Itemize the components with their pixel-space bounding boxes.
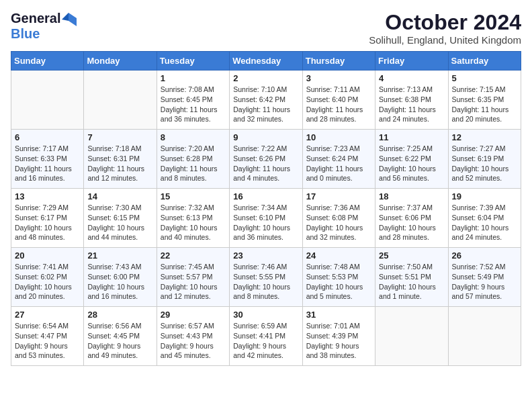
day-info: Sunrise: 7:01 AM Sunset: 4:39 PM Dayligh… [306,321,371,361]
day-info: Sunrise: 7:15 AM Sunset: 6:35 PM Dayligh… [452,85,517,124]
day-info: Sunrise: 7:11 AM Sunset: 6:40 PM Dayligh… [306,85,371,124]
calendar-table: SundayMondayTuesdayWednesdayThursdayFrid… [11,51,521,366]
calendar-cell: 15Sunrise: 7:32 AM Sunset: 6:13 PM Dayli… [157,189,229,248]
day-info: Sunrise: 7:20 AM Sunset: 6:28 PM Dayligh… [161,144,226,183]
day-info: Sunrise: 7:29 AM Sunset: 6:17 PM Dayligh… [15,203,80,242]
calendar-cell: 21Sunrise: 7:43 AM Sunset: 6:00 PM Dayli… [84,248,157,307]
day-number: 6 [15,132,80,142]
calendar-cell: 17Sunrise: 7:36 AM Sunset: 6:08 PM Dayli… [302,189,375,248]
day-info: Sunrise: 6:54 AM Sunset: 4:47 PM Dayligh… [15,321,80,361]
logo: General Blue [11,11,77,42]
week-row-3: 13Sunrise: 7:29 AM Sunset: 6:17 PM Dayli… [11,189,521,248]
calendar-cell: 16Sunrise: 7:34 AM Sunset: 6:10 PM Dayli… [230,189,302,248]
day-number: 22 [161,250,226,261]
calendar-cell: 28Sunrise: 6:56 AM Sunset: 4:45 PM Dayli… [84,307,157,366]
calendar-cell [84,71,157,130]
day-info: Sunrise: 7:43 AM Sunset: 6:00 PM Dayligh… [87,262,152,302]
day-number: 28 [87,310,152,320]
logo-general: General [11,11,60,26]
calendar-cell: 30Sunrise: 6:59 AM Sunset: 4:41 PM Dayli… [230,307,302,366]
calendar-cell: 4Sunrise: 7:13 AM Sunset: 6:38 PM Daylig… [375,71,448,130]
calendar-cell: 7Sunrise: 7:18 AM Sunset: 6:31 PM Daylig… [84,130,157,189]
calendar-cell: 31Sunrise: 7:01 AM Sunset: 4:39 PM Dayli… [302,307,375,366]
col-header-saturday: Saturday [448,52,521,71]
day-info: Sunrise: 7:32 AM Sunset: 6:13 PM Dayligh… [161,203,226,242]
col-header-wednesday: Wednesday [230,52,302,71]
location-subtitle: Solihull, England, United Kingdom [369,34,521,46]
calendar-cell: 13Sunrise: 7:29 AM Sunset: 6:17 PM Dayli… [11,189,84,248]
week-row-5: 27Sunrise: 6:54 AM Sunset: 4:47 PM Dayli… [11,307,521,366]
day-info: Sunrise: 7:52 AM Sunset: 5:49 PM Dayligh… [452,262,517,302]
day-info: Sunrise: 7:48 AM Sunset: 5:53 PM Dayligh… [306,262,371,302]
col-header-friday: Friday [375,52,448,71]
day-number: 10 [306,132,371,142]
calendar-cell: 26Sunrise: 7:52 AM Sunset: 5:49 PM Dayli… [448,248,521,307]
day-info: Sunrise: 7:41 AM Sunset: 6:02 PM Dayligh… [15,262,80,302]
calendar-cell [375,307,448,366]
day-info: Sunrise: 7:27 AM Sunset: 6:19 PM Dayligh… [452,144,517,183]
day-info: Sunrise: 7:36 AM Sunset: 6:08 PM Dayligh… [306,203,371,242]
day-info: Sunrise: 7:34 AM Sunset: 6:10 PM Dayligh… [233,203,298,242]
day-info: Sunrise: 7:18 AM Sunset: 6:31 PM Dayligh… [87,144,152,183]
day-number: 13 [15,191,80,201]
day-info: Sunrise: 7:22 AM Sunset: 6:26 PM Dayligh… [233,144,298,183]
calendar-header: SundayMondayTuesdayWednesdayThursdayFrid… [11,52,521,71]
day-number: 8 [161,132,226,142]
day-number: 31 [306,310,371,320]
calendar-cell: 27Sunrise: 6:54 AM Sunset: 4:47 PM Dayli… [11,307,84,366]
day-info: Sunrise: 7:25 AM Sunset: 6:22 PM Dayligh… [379,144,444,183]
day-number: 27 [15,310,80,320]
calendar-cell: 25Sunrise: 7:50 AM Sunset: 5:51 PM Dayli… [375,248,448,307]
day-number: 12 [452,132,517,142]
calendar-cell: 29Sunrise: 6:57 AM Sunset: 4:43 PM Dayli… [157,307,229,366]
calendar-cell: 12Sunrise: 7:27 AM Sunset: 6:19 PM Dayli… [448,130,521,189]
day-info: Sunrise: 7:17 AM Sunset: 6:33 PM Dayligh… [15,144,80,183]
day-info: Sunrise: 7:13 AM Sunset: 6:38 PM Dayligh… [379,85,444,124]
calendar-cell: 3Sunrise: 7:11 AM Sunset: 6:40 PM Daylig… [302,71,375,130]
title-area: October 2024 Solihull, England, United K… [369,11,521,46]
day-number: 21 [87,250,152,261]
day-number: 29 [161,310,226,320]
svg-marker-1 [62,13,69,21]
day-number: 1 [161,73,226,83]
calendar-cell: 10Sunrise: 7:23 AM Sunset: 6:24 PM Dayli… [302,130,375,189]
calendar-cell: 1Sunrise: 7:08 AM Sunset: 6:45 PM Daylig… [157,71,229,130]
day-info: Sunrise: 7:46 AM Sunset: 5:55 PM Dayligh… [233,262,298,302]
day-number: 15 [161,191,226,201]
calendar-cell: 11Sunrise: 7:25 AM Sunset: 6:22 PM Dayli… [375,130,448,189]
calendar-cell: 5Sunrise: 7:15 AM Sunset: 6:35 PM Daylig… [448,71,521,130]
day-number: 17 [306,191,371,201]
day-info: Sunrise: 7:50 AM Sunset: 5:51 PM Dayligh… [379,262,444,302]
calendar-cell: 24Sunrise: 7:48 AM Sunset: 5:53 PM Dayli… [302,248,375,307]
col-header-thursday: Thursday [302,52,375,71]
day-number: 20 [15,250,80,261]
day-info: Sunrise: 6:59 AM Sunset: 4:41 PM Dayligh… [233,321,298,361]
calendar-cell: 9Sunrise: 7:22 AM Sunset: 6:26 PM Daylig… [230,130,302,189]
day-number: 3 [306,73,371,83]
day-info: Sunrise: 7:37 AM Sunset: 6:06 PM Dayligh… [379,203,444,242]
day-info: Sunrise: 7:23 AM Sunset: 6:24 PM Dayligh… [306,144,371,183]
calendar-cell [448,307,521,366]
day-info: Sunrise: 7:08 AM Sunset: 6:45 PM Dayligh… [161,85,226,124]
calendar-cell [11,71,84,130]
calendar-cell: 22Sunrise: 7:45 AM Sunset: 5:57 PM Dayli… [157,248,229,307]
calendar-cell: 19Sunrise: 7:39 AM Sunset: 6:04 PM Dayli… [448,189,521,248]
week-row-1: 1Sunrise: 7:08 AM Sunset: 6:45 PM Daylig… [11,71,521,130]
day-number: 16 [233,191,298,201]
day-info: Sunrise: 7:10 AM Sunset: 6:42 PM Dayligh… [233,85,298,124]
svg-marker-0 [69,13,77,26]
calendar-cell: 2Sunrise: 7:10 AM Sunset: 6:42 PM Daylig… [230,71,302,130]
day-number: 18 [379,191,444,201]
day-number: 9 [233,132,298,142]
day-number: 26 [452,250,517,261]
month-title: October 2024 [369,11,521,34]
day-number: 30 [233,310,298,320]
col-header-sunday: Sunday [11,52,84,71]
day-info: Sunrise: 7:30 AM Sunset: 6:15 PM Dayligh… [87,203,152,242]
day-number: 19 [452,191,517,201]
day-number: 4 [379,73,444,83]
day-number: 7 [87,132,152,142]
day-number: 25 [379,250,444,261]
calendar-cell: 23Sunrise: 7:46 AM Sunset: 5:55 PM Dayli… [230,248,302,307]
week-row-2: 6Sunrise: 7:17 AM Sunset: 6:33 PM Daylig… [11,130,521,189]
